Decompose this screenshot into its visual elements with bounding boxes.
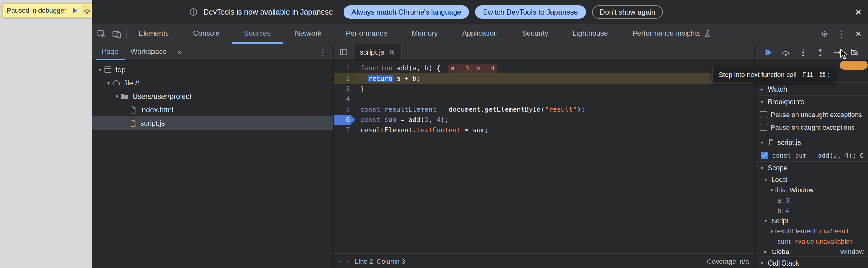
- devtools-close-icon[interactable]: ✕: [855, 30, 862, 38]
- breakpoint-entry[interactable]: const sum = add(3, 4);6: [755, 149, 868, 161]
- tab-label: Lighthouse: [572, 29, 608, 38]
- line-number-6[interactable]: 6: [334, 115, 355, 125]
- tree-item-index-html[interactable]: index.html: [92, 103, 333, 116]
- infobar-close-icon[interactable]: ✕: [855, 7, 862, 17]
- tab-security[interactable]: Security: [510, 24, 560, 44]
- code-token: (: [541, 106, 545, 113]
- tab-performance-insights[interactable]: Performance insights: [620, 24, 724, 44]
- checkbox-pause-on-caught-exceptions[interactable]: Pause on caught exceptions: [755, 121, 868, 133]
- navigator-pane: PageWorkspace » ⋮ ▾top▾file://▾Users/use…: [92, 44, 333, 268]
- scope-subsection-label: Global: [771, 248, 791, 255]
- tab-memory[interactable]: Memory: [400, 24, 450, 44]
- code-content-3: }: [355, 84, 754, 94]
- tree-item-file[interactable]: ▾file://: [92, 77, 333, 90]
- line-number-3[interactable]: 3: [334, 84, 355, 94]
- scope-var-b[interactable]: b:4: [755, 205, 868, 215]
- line-number-2[interactable]: 2: [334, 73, 355, 84]
- line-number-5[interactable]: 5: [334, 104, 355, 115]
- scope-var-value: 4: [785, 206, 789, 214]
- resume-button[interactable]: [763, 47, 774, 58]
- infobar-button-always-match-chrome-s-language[interactable]: Always match Chrome's language: [344, 5, 469, 19]
- scope-var-this[interactable]: ▸this:Window: [755, 184, 868, 195]
- line-number-7[interactable]: 7: [334, 125, 355, 135]
- call-stack-section-header[interactable]: ▾ Call Stack: [755, 257, 868, 268]
- checkbox-unchecked[interactable]: [760, 123, 767, 131]
- deactivate-breakpoints-button[interactable]: [849, 47, 860, 58]
- call-stack-label: Call Stack: [768, 260, 799, 267]
- chevron-down-icon: ▾: [763, 176, 768, 182]
- pretty-print-icon[interactable]: { }: [339, 258, 350, 264]
- step-into-button[interactable]: [798, 47, 808, 58]
- code-line-3: 3}: [334, 84, 754, 94]
- tree-item-script-js[interactable]: script.js: [92, 116, 333, 130]
- breakpoint-file-label: script.js: [777, 139, 801, 146]
- scope-subsection-global[interactable]: ▸GlobalWindow: [755, 246, 868, 257]
- tab-overflow-chevron[interactable]: »: [173, 44, 187, 60]
- tab-application[interactable]: Application: [450, 24, 509, 44]
- scope-var-value: div#result: [820, 227, 848, 234]
- inline-eval-badge: a = 3, b = 4: [448, 64, 498, 73]
- editor-tab-script-js[interactable]: script.js ✕: [353, 44, 402, 60]
- scope-var-resultelement[interactable]: ▸resultElement:div#result: [755, 226, 868, 236]
- code-token: (: [408, 64, 412, 72]
- scope-var-name: this: [775, 186, 785, 193]
- navigator-tab-workspace[interactable]: Workspace: [125, 44, 173, 60]
- editor-tab-label: script.js: [360, 48, 384, 56]
- step-over-button-toast[interactable]: [82, 5, 92, 15]
- navigator-kebab-icon[interactable]: ⋮: [313, 44, 333, 60]
- tab-elements[interactable]: Elements: [126, 24, 181, 44]
- code-token: 3: [425, 116, 428, 124]
- scope-var-a[interactable]: a:3: [755, 195, 868, 205]
- tab-sources[interactable]: Sources: [232, 24, 283, 44]
- infobar-button-don-t-show-again[interactable]: Don't show again: [592, 5, 663, 19]
- tree-item-users-user-project[interactable]: ▾Users/user/project: [92, 90, 333, 103]
- tab-lighthouse[interactable]: Lighthouse: [560, 24, 620, 44]
- folder-icon: [120, 92, 129, 101]
- line-number-1[interactable]: 1: [334, 63, 355, 73]
- scope-var-value: 3: [785, 196, 789, 203]
- breakpoints-section-header[interactable]: ▾ Breakpoints: [755, 95, 868, 108]
- code-token: getElementById: [485, 106, 541, 113]
- cloud-icon: [112, 79, 120, 87]
- scope-subsection-script[interactable]: ▾Script: [755, 215, 868, 226]
- editor-status-bar: { } Line 2, Column 3 Coverage: n/a: [334, 254, 754, 268]
- line-number-4[interactable]: 4: [334, 94, 355, 104]
- toggle-navigator-icon[interactable]: [334, 44, 353, 60]
- watch-section-header[interactable]: ▸ Watch: [755, 83, 868, 95]
- device-toolbar-icon[interactable]: [112, 29, 121, 38]
- tab-network[interactable]: Network: [283, 24, 334, 44]
- scope-subsection-label: Script: [771, 217, 788, 224]
- code-token: resultElement.: [360, 126, 416, 134]
- info-icon: [189, 7, 197, 16]
- breakpoint-checkbox[interactable]: [761, 151, 768, 158]
- infobar-button-switch-devtools-to-japanese[interactable]: Switch DevTools to Japanese: [475, 5, 586, 19]
- chevron-right-icon: ▸: [770, 228, 775, 234]
- checkbox-pause-on-uncaught-exceptions[interactable]: Pause on uncaught exceptions: [755, 108, 868, 121]
- tab-performance[interactable]: Performance: [334, 24, 399, 44]
- step-out-button[interactable]: [815, 47, 826, 58]
- code-content-4: [355, 94, 754, 104]
- scope-section-header[interactable]: ▾ Scope: [755, 161, 868, 174]
- navigator-tab-page[interactable]: Page: [95, 44, 125, 60]
- inspect-element-icon[interactable]: [97, 29, 106, 38]
- scope-var-sum[interactable]: sum:<value unavailable>: [755, 236, 868, 246]
- scope-subsection-label: Local: [771, 176, 787, 183]
- tab-label: Console: [193, 29, 220, 38]
- step-over-button[interactable]: [780, 47, 791, 58]
- resume-script-button[interactable]: [69, 5, 79, 15]
- breakpoint-file-group[interactable]: ▾ script.js: [755, 136, 868, 149]
- tab-close-icon[interactable]: ✕: [389, 48, 395, 57]
- scope-subsection-local[interactable]: ▾Local: [755, 174, 868, 184]
- code-editor[interactable]: 1function add(a, b) {a = 3, b = 42 retur…: [334, 61, 754, 254]
- code-token: = document.: [437, 106, 485, 113]
- checkbox-unchecked[interactable]: [760, 111, 767, 118]
- scope-var-name: sum: [777, 237, 790, 245]
- tree-item-label: Users/user/project: [132, 92, 191, 101]
- checkbox-label: Pause on uncaught exceptions: [771, 111, 862, 118]
- navigator-tabs: PageWorkspace » ⋮: [92, 44, 333, 61]
- settings-gear-icon[interactable]: ⚙: [820, 30, 828, 38]
- chevron-down-icon: ▾: [105, 80, 112, 86]
- kebab-menu-icon[interactable]: ⋮: [837, 30, 846, 38]
- tree-item-top[interactable]: ▾top: [92, 63, 333, 77]
- tab-console[interactable]: Console: [181, 24, 232, 44]
